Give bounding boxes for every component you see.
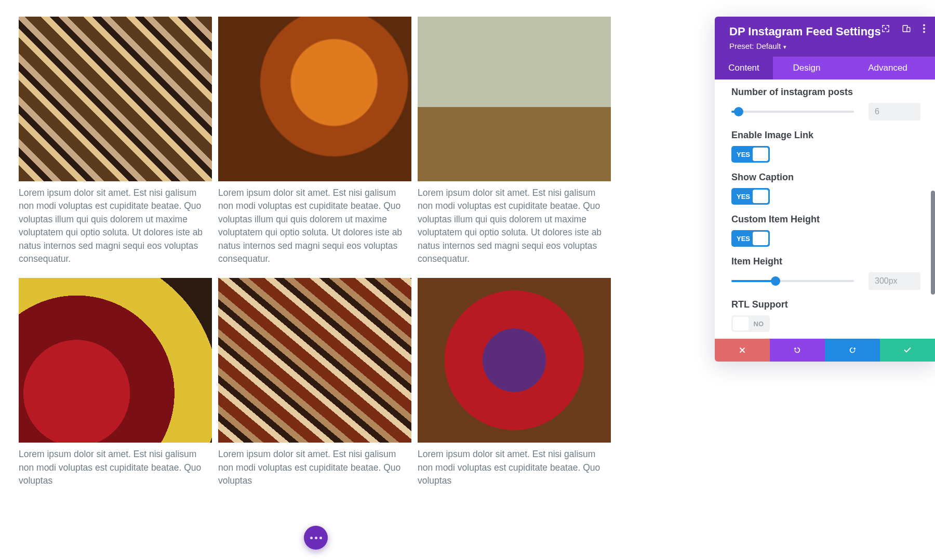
feed-item[interactable]: Lorem ipsum dolor sit amet. Est nisi gal… <box>418 17 611 272</box>
undo-button[interactable] <box>770 339 825 362</box>
feed-image[interactable] <box>19 17 212 181</box>
feed-image[interactable] <box>218 17 411 181</box>
chevron-down-icon: ▾ <box>782 44 786 50</box>
toggle-show-caption[interactable]: YES <box>731 188 770 205</box>
feed-caption: Lorem ipsum dolor sit amet. Est nisi gal… <box>418 181 611 272</box>
feed-image[interactable] <box>418 278 611 443</box>
feed-image[interactable] <box>418 17 611 181</box>
item-height-slider[interactable] <box>731 280 854 282</box>
feed-item[interactable]: Lorem ipsum dolor sit amet. Est nisi gal… <box>19 278 212 494</box>
fullscreen-icon[interactable] <box>881 24 890 35</box>
feed-image[interactable] <box>218 278 411 443</box>
toggle-knob <box>753 190 768 203</box>
slider-thumb[interactable] <box>734 107 743 116</box>
tab-design[interactable]: Design <box>773 57 840 79</box>
feed-item[interactable]: Lorem ipsum dolor sit amet. Est nisi gal… <box>218 17 411 272</box>
label-show-caption: Show Caption <box>731 172 920 183</box>
cancel-button[interactable] <box>715 339 770 362</box>
redo-icon <box>848 345 857 355</box>
label-item-height: Item Height <box>731 256 920 267</box>
feed-caption: Lorem ipsum dolor sit amet. Est nisi gal… <box>19 181 212 272</box>
panel-body[interactable]: Number of instagram posts 6 Enable Image… <box>715 79 935 339</box>
panel-tabs: Content Design Advanced <box>715 57 935 79</box>
save-button[interactable] <box>880 339 935 362</box>
feed-image[interactable] <box>19 278 212 443</box>
panel-footer <box>715 339 935 362</box>
feed-caption: Lorem ipsum dolor sit amet. Est nisi gal… <box>418 443 611 494</box>
item-height-input[interactable]: 300px <box>869 272 920 290</box>
feed-caption: Lorem ipsum dolor sit amet. Est nisi gal… <box>218 181 411 272</box>
feed-caption: Lorem ipsum dolor sit amet. Est nisi gal… <box>218 443 411 494</box>
responsive-icon[interactable] <box>902 24 911 35</box>
toggle-knob <box>753 148 768 161</box>
expand-fab-button[interactable] <box>304 526 328 550</box>
svg-rect-2 <box>907 28 910 32</box>
dot-icon <box>315 537 317 539</box>
num-posts-slider[interactable] <box>731 111 854 113</box>
feed-item[interactable]: Lorem ipsum dolor sit amet. Est nisi gal… <box>418 278 611 494</box>
tab-content[interactable]: Content <box>715 57 773 79</box>
check-icon <box>902 346 913 354</box>
dot-icon <box>319 537 322 539</box>
toggle-enable-image-link[interactable]: YES <box>731 146 770 163</box>
slider-thumb[interactable] <box>771 276 780 286</box>
label-custom-item-height: Custom Item Height <box>731 214 920 225</box>
panel-scrollbar[interactable] <box>931 191 935 295</box>
label-enable-image-link: Enable Image Link <box>731 130 920 141</box>
settings-panel: DP Instagram Feed Settings Preset: Defau… <box>715 17 935 362</box>
feed-caption: Lorem ipsum dolor sit amet. Est nisi gal… <box>19 443 212 494</box>
svg-point-3 <box>923 24 925 26</box>
toggle-knob <box>733 317 749 330</box>
panel-header: DP Instagram Feed Settings Preset: Defau… <box>715 17 935 57</box>
instagram-feed-grid: Lorem ipsum dolor sit amet. Est nisi gal… <box>19 17 611 494</box>
toggle-knob <box>753 232 768 245</box>
num-posts-input[interactable]: 6 <box>869 103 920 121</box>
toggle-rtl-support[interactable]: NO <box>731 315 770 332</box>
redo-button[interactable] <box>825 339 880 362</box>
label-num-posts: Number of instagram posts <box>731 87 920 98</box>
kebab-menu-icon[interactable] <box>923 24 926 35</box>
svg-point-4 <box>923 28 925 30</box>
dot-icon <box>310 537 313 539</box>
svg-point-5 <box>923 31 925 33</box>
close-icon <box>738 346 746 354</box>
toggle-custom-item-height[interactable]: YES <box>731 230 770 247</box>
tab-advanced[interactable]: Advanced <box>840 57 935 79</box>
feed-item[interactable]: Lorem ipsum dolor sit amet. Est nisi gal… <box>218 278 411 494</box>
feed-item[interactable]: Lorem ipsum dolor sit amet. Est nisi gal… <box>19 17 212 272</box>
preset-dropdown[interactable]: Preset: Default ▾ <box>729 42 924 50</box>
undo-icon <box>793 345 802 355</box>
svg-rect-0 <box>885 28 887 30</box>
label-rtl-support: RTL Support <box>731 299 920 310</box>
